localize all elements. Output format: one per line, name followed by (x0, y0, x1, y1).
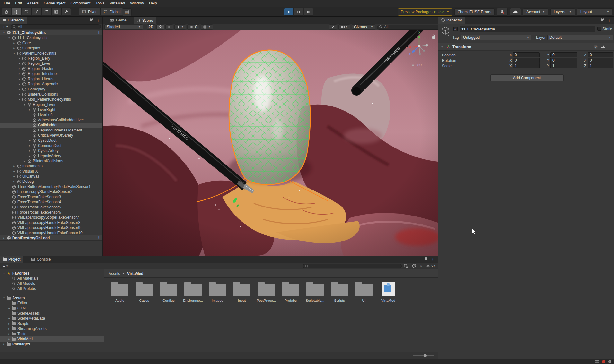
gizmos-dropdown[interactable]: Gizmos▼ (352, 24, 375, 30)
cloud-button[interactable] (510, 8, 521, 16)
expand-arrow-closed[interactable]: ▸ (17, 62, 22, 65)
tree-item-CysticDuct[interactable]: ▸CysticDuct (0, 138, 102, 143)
create-asset-button[interactable]: +▼ (2, 264, 9, 269)
tree-item-VMLaparoscopyHandleFakeSensor8[interactable]: VMLaparoscopyHandleFakeSensor8 (0, 220, 102, 225)
expand-arrow-closed[interactable]: ▸ (28, 144, 32, 147)
tree-item-Region_Gaster[interactable]: ▸Region_Gaster (0, 66, 102, 71)
expand-arrow-open[interactable]: ▾ (2, 296, 6, 300)
folder-item-Configs[interactable]: Configs (156, 282, 181, 302)
play-button[interactable] (284, 8, 294, 16)
folder-item-Scriptable...[interactable]: Scriptable... (303, 282, 327, 302)
expand-arrow-closed[interactable]: ▸ (17, 57, 22, 60)
expand-arrow-closed[interactable]: ▸ (12, 180, 16, 183)
tree-item-Region_Intestines[interactable]: ▸Region_Intestines (0, 71, 102, 76)
tree-item-Gameplay[interactable]: ▸Gameplay (0, 46, 102, 51)
static-toggle[interactable]: Static▼ (597, 27, 614, 31)
scene-audio-button[interactable] (165, 24, 173, 30)
hierarchy-kebab-menu[interactable]: ⋮ (96, 19, 100, 22)
expand-arrow-closed[interactable]: ▸ (7, 307, 11, 310)
tree-item-VirtaMed[interactable]: ▸VirtaMed (0, 336, 104, 342)
tab-console[interactable]: Console (28, 256, 54, 263)
expand-arrow-closed[interactable]: ▸ (17, 82, 22, 86)
move-tool-button[interactable] (12, 8, 21, 16)
check-fuse-errors-button[interactable]: Check FUSE Errors (454, 8, 495, 16)
scene-effects-dropdown[interactable]: ▼ (174, 24, 186, 30)
gameobject-cube-icon[interactable] (441, 26, 450, 36)
menu-edit[interactable]: Edit (13, 0, 24, 7)
tree-item-ThreeButtonMomentaryPedalFakeSensor1[interactable]: ThreeButtonMomentaryPedalFakeSensor1 (0, 184, 102, 189)
tree-item-GYN[interactable]: ▸GYN (0, 306, 104, 311)
rect-tool-button[interactable] (41, 8, 51, 16)
project-kebab-menu[interactable]: ⋮ (431, 258, 434, 261)
expand-arrow-closed[interactable]: ▸ (12, 175, 16, 178)
thumbnail-size-slider[interactable] (413, 355, 434, 356)
expand-arrow-closed[interactable]: ▸ (28, 139, 32, 142)
2d-toggle-button[interactable]: 2D (147, 24, 155, 30)
scene-options-kebab[interactable]: ⋮ (97, 236, 101, 240)
expand-arrow-closed[interactable]: ▸ (22, 159, 27, 163)
component-kebab-menu[interactable]: ⋮ (608, 45, 612, 49)
static-checkbox[interactable] (597, 27, 601, 31)
hierarchy-search-input[interactable]: All (11, 24, 101, 29)
transform-component-header[interactable]: ▾ Transform ? ⋮ (438, 43, 614, 51)
project-search-input[interactable] (303, 264, 402, 268)
scene-camera-dropdown[interactable]: ▼ (338, 24, 350, 30)
expand-arrow-open[interactable]: ▾ (12, 52, 16, 55)
scene-visibility-button[interactable]: 0 (187, 24, 199, 30)
menu-window[interactable]: Window (127, 0, 146, 7)
expand-arrow-closed[interactable]: ▸ (7, 327, 11, 330)
menu-virtamed[interactable]: VirtaMed (107, 0, 127, 7)
tree-item-Assets[interactable]: ▾Assets (0, 295, 104, 301)
add-component-button[interactable]: Add Component (490, 74, 564, 81)
folder-item-Prefabs[interactable]: Prefabs (278, 282, 303, 302)
tree-item-All Models[interactable]: All Models (0, 281, 104, 286)
position-z-field[interactable]: 0 (588, 52, 613, 57)
scene-grid-visibility-dropdown[interactable]: ▼ (201, 24, 213, 30)
expand-arrow-closed[interactable]: ▸ (12, 165, 16, 168)
hidden-packages-toggle[interactable]: 27 (426, 264, 435, 268)
preview-packages-button[interactable]: Preview Packages in Use▼ (398, 8, 452, 16)
collab-button[interactable] (497, 8, 508, 16)
folder-item-PostProce...[interactable]: PostProce... (254, 282, 278, 302)
expand-arrow-open[interactable]: ▾ (17, 98, 22, 101)
pivot-toggle-button[interactable]: Pivot (79, 8, 100, 15)
tree-item-Gallbladder[interactable]: Gallbladder (0, 123, 102, 128)
slider-handle[interactable] (424, 354, 427, 357)
tree-item-All Prefabs[interactable]: All Prefabs (0, 286, 104, 291)
tree-item-SceneAssets[interactable]: SceneAssets (0, 311, 104, 316)
tree-item-Region_Belly[interactable]: ▸Region_Belly (0, 56, 102, 61)
tree-item-ForceTrocarFakeSensor3[interactable]: ForceTrocarFakeSensor3 (0, 194, 102, 199)
expand-arrow-closed[interactable]: ▸ (12, 170, 16, 173)
account-dropdown[interactable]: Account▼ (523, 8, 548, 16)
pause-button[interactable] (294, 8, 303, 16)
tree-item-Region_Appendix[interactable]: ▸Region_Appendix (0, 81, 102, 87)
hand-tool-button[interactable] (2, 8, 11, 16)
menu-component[interactable]: Component (68, 0, 93, 7)
scale-y-field[interactable]: 1 (550, 63, 577, 68)
rotate-tool-button[interactable] (22, 8, 31, 16)
tree-item-Instruments[interactable]: ▸Instruments (0, 164, 102, 169)
position-y-field[interactable]: 0 (550, 52, 577, 57)
expand-arrow-closed[interactable]: ▸ (17, 93, 22, 96)
breadcrumb-current[interactable]: VirtaMed (127, 271, 143, 276)
tree-item-Tests[interactable]: ▸Tests (0, 331, 104, 336)
folder-item-UI[interactable]: UI (352, 282, 376, 302)
tab-hierarchy[interactable]: Hierarchy (0, 17, 27, 24)
transform-tool-button[interactable] (51, 8, 61, 16)
tab-inspector[interactable]: iInspector (438, 17, 465, 24)
position-x-field[interactable]: 0 (513, 52, 540, 57)
tree-item-VMLaparoscopyScopeFakeSensor7[interactable]: VMLaparoscopyScopeFakeSensor7 (0, 215, 102, 220)
console-error-icon[interactable] (602, 360, 605, 363)
shading-mode-dropdown[interactable]: Shaded▼ (104, 24, 143, 30)
tab-project[interactable]: Project (0, 256, 23, 263)
tree-item-Region_Uterus[interactable]: ▸Region_Uterus (0, 76, 102, 81)
search-by-label-icon[interactable] (411, 264, 416, 268)
expand-arrow-closed[interactable]: ▸ (2, 343, 6, 346)
tree-item-BilateralCollisions[interactable]: ▸BilateralCollisions (0, 92, 102, 97)
layout-dropdown[interactable]: Layout▼ (577, 8, 612, 16)
scale-z-field[interactable]: 1 (588, 63, 613, 68)
tree-item-AdhesionsGallbladderLiver[interactable]: AdhesionsGallbladderLiver (0, 117, 102, 123)
folder-item-Cases[interactable]: Cases (132, 282, 156, 302)
cache-server-icon[interactable] (595, 360, 599, 364)
tree-item-All Materials[interactable]: All Materials (0, 276, 104, 281)
